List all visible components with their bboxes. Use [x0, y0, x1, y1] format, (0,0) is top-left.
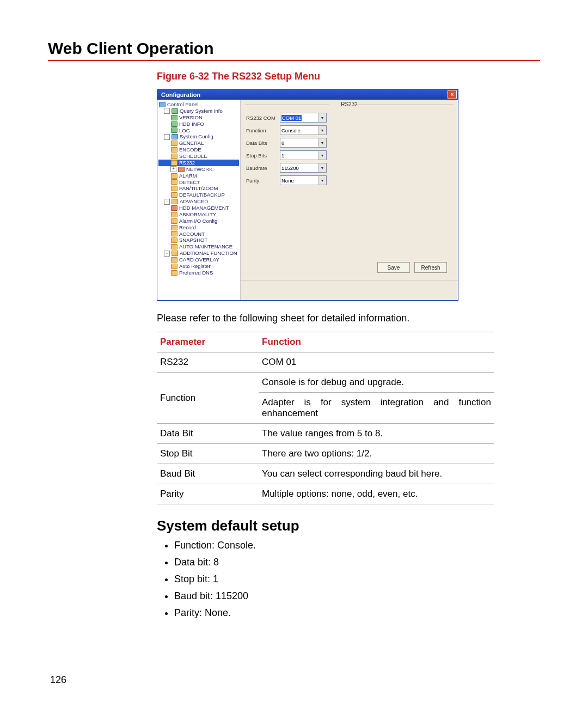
window-titlebar: Configuration ×: [157, 89, 458, 100]
tree-item[interactable]: LOG: [179, 127, 190, 134]
select-parity[interactable]: None▾: [280, 175, 327, 185]
close-icon[interactable]: ×: [448, 90, 457, 99]
refresh-button[interactable]: Refresh: [414, 262, 447, 273]
tree-item[interactable]: Record: [179, 224, 196, 231]
expand-icon[interactable]: -: [164, 108, 170, 114]
table-row: Stop Bit There are two options: 1/2.: [157, 444, 494, 464]
chevron-down-icon[interactable]: ▾: [318, 126, 326, 135]
settings-panel: RS232 RS232 COM COM 01▾ Function Console…: [241, 100, 458, 300]
tree-item[interactable]: ENCODE: [179, 147, 201, 153]
table-row: Function Console is for debug and upgrad…: [157, 373, 494, 393]
folder-icon: [178, 167, 185, 172]
table-row: Data Bit The value ranges from 5 to 8.: [157, 424, 494, 444]
folder-icon: [171, 160, 177, 166]
expand-icon[interactable]: +: [170, 166, 176, 172]
folder-icon: [171, 127, 177, 133]
table-row: Baud Bit You can select corresponding ba…: [157, 464, 494, 484]
folder-icon: [171, 147, 177, 153]
folder-icon: [171, 154, 177, 159]
tree-item[interactable]: HDD INFO: [179, 121, 204, 127]
tree-item[interactable]: SCHEDULE: [179, 153, 207, 160]
label-rs232com: RS232 COM: [246, 115, 280, 121]
chevron-down-icon[interactable]: ▾: [318, 151, 326, 160]
tree-sysconfig[interactable]: System Config: [180, 133, 213, 140]
select-databits[interactable]: 8▾: [280, 138, 327, 148]
folder-icon: [171, 225, 177, 230]
tree-item[interactable]: Preferred DNS: [179, 270, 213, 276]
parameter-table: Parameter Function RS232 COM 01 Function…: [157, 332, 494, 504]
tree-item-rs232[interactable]: RS232: [179, 160, 195, 166]
th-parameter: Parameter: [157, 332, 259, 352]
folder-icon: [171, 257, 177, 263]
tree-item[interactable]: ALARM: [179, 173, 197, 179]
folder-icon: [171, 108, 178, 114]
tree-addfunc[interactable]: ADDTIONAL FUNCTION: [180, 250, 237, 257]
tree-item[interactable]: Alarm I/O Config: [179, 218, 217, 224]
tree-item[interactable]: DEFAULT/BACKUP: [179, 192, 225, 198]
label-function: Function: [246, 127, 280, 133]
folder-icon: [171, 264, 177, 269]
select-rs232com[interactable]: COM 01▾: [280, 113, 327, 123]
folder-icon: [171, 270, 177, 276]
folder-icon: [171, 244, 177, 249]
list-item: Function: Console.: [174, 540, 540, 551]
list-item: Stop bit: 1: [174, 574, 540, 585]
chevron-down-icon[interactable]: ▾: [318, 163, 326, 172]
tree-item[interactable]: ABNORMALITY: [179, 211, 216, 218]
expand-icon[interactable]: -: [164, 199, 170, 205]
save-button[interactable]: Save: [377, 262, 410, 273]
select-baudrate[interactable]: 115200▾: [280, 163, 327, 173]
folder-icon: [171, 231, 177, 236]
folder-icon: [171, 199, 178, 204]
folder-icon: [171, 251, 178, 256]
chevron-down-icon[interactable]: ▾: [318, 113, 326, 122]
chevron-down-icon[interactable]: ▾: [318, 138, 326, 147]
tree-item[interactable]: HDD MANAGEMENT: [179, 205, 229, 211]
folder-icon: [171, 186, 177, 191]
folder-icon: [171, 141, 177, 146]
config-window: Configuration × Control Panel -Query Sys…: [157, 89, 458, 301]
table-row: RS232 COM 01: [157, 352, 494, 373]
th-function: Function: [259, 332, 494, 352]
tree-item[interactable]: ACCOUNT: [179, 231, 205, 237]
tree-item[interactable]: AUTO MAINTENANCE: [179, 243, 232, 250]
tree-item[interactable]: Auto Register: [179, 263, 211, 270]
label-databits: Data Bits: [246, 140, 280, 146]
tree-item[interactable]: VERSION: [179, 114, 203, 121]
list-item: Baud bit: 115200: [174, 590, 540, 602]
folder-icon: [171, 134, 178, 139]
folder-icon: [171, 115, 177, 120]
defaults-list: Function: Console. Data bit: 8 Stop bit:…: [174, 540, 540, 619]
expand-icon[interactable]: -: [164, 134, 170, 140]
select-function[interactable]: Console▾: [280, 125, 327, 135]
label-parity: Parity: [246, 178, 280, 184]
folder-icon: [171, 173, 177, 179]
folder-icon: [171, 205, 177, 211]
tree-item[interactable]: CARD OVERLAY: [179, 257, 219, 263]
tree-item[interactable]: GENERAL: [179, 140, 204, 147]
window-title: Configuration: [161, 92, 200, 98]
folder-icon: [171, 192, 177, 198]
tree-item[interactable]: PAN/TILT/ZOOM: [179, 185, 218, 192]
select-stopbits[interactable]: 1▾: [280, 150, 327, 160]
page-title: Web Client Operation: [48, 39, 540, 61]
tree-item[interactable]: SNAPSHOT: [179, 237, 207, 243]
tree-query[interactable]: Query System Info: [180, 108, 223, 114]
expand-icon[interactable]: -: [164, 251, 170, 257]
panel-icon: [159, 102, 166, 107]
label-stopbits: Stop Bits: [246, 153, 280, 159]
table-row: Parity Multiple options: none, odd, even…: [157, 484, 494, 504]
body-text: Please refer to the following sheet for …: [157, 313, 540, 324]
tree-item[interactable]: DETECT: [179, 179, 200, 186]
folder-icon: [171, 218, 177, 224]
folder-icon: [171, 212, 177, 217]
list-item: Data bit: 8: [174, 557, 540, 568]
tree-root[interactable]: Control Panel: [167, 101, 199, 108]
nav-tree[interactable]: Control Panel -Query System Info VERSION…: [157, 100, 241, 300]
label-baudrate: Baudrate: [246, 165, 280, 171]
tree-item[interactable]: NETWORK: [186, 166, 213, 173]
chevron-down-icon[interactable]: ▾: [318, 176, 326, 185]
folder-icon: [171, 237, 177, 243]
tree-advanced[interactable]: ADVANCED: [180, 198, 208, 205]
defaults-heading: System default setup: [157, 517, 540, 534]
